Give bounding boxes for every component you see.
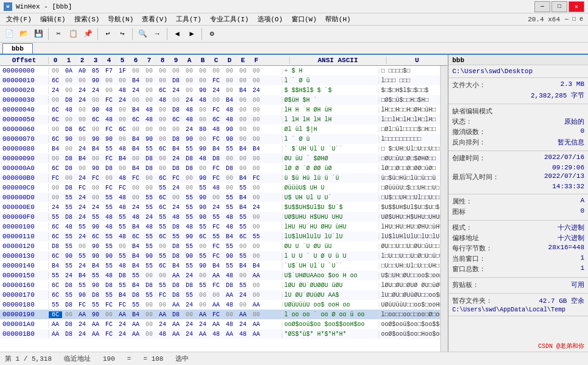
- byte-cell[interactable]: 6C: [209, 116, 223, 123]
- byte-cell[interactable]: 00: [129, 126, 142, 133]
- byte-cell[interactable]: 55: [236, 224, 250, 230]
- byte-cell[interactable]: B4: [89, 146, 102, 152]
- byte-cell[interactable]: 00: [196, 272, 209, 279]
- byte-cell[interactable]: 55: [236, 214, 250, 221]
- byte-cell[interactable]: 24: [62, 272, 75, 279]
- byte-cell[interactable]: 90: [223, 136, 236, 143]
- byte-cell[interactable]: AA: [196, 331, 209, 338]
- byte-cell[interactable]: 6C: [89, 116, 102, 123]
- byte-cell[interactable]: 24: [75, 175, 89, 182]
- byte-cell[interactable]: 48: [156, 97, 169, 104]
- byte-cell[interactable]: 00: [142, 302, 156, 308]
- byte-cell[interactable]: FC: [75, 302, 89, 308]
- byte-cell[interactable]: 48: [116, 204, 129, 211]
- byte-cell[interactable]: 00: [129, 97, 142, 104]
- byte-cell[interactable]: D8: [169, 292, 183, 299]
- byte-cell[interactable]: 55: [102, 233, 116, 240]
- byte-cell[interactable]: 00: [156, 243, 169, 250]
- byte-cell[interactable]: AA: [49, 331, 62, 338]
- byte-cell[interactable]: B4: [209, 263, 223, 269]
- byte-cell[interactable]: 00: [183, 87, 196, 94]
- byte-cell[interactable]: 48: [156, 331, 169, 338]
- byte-cell[interactable]: 00: [183, 311, 196, 318]
- byte-cell[interactable]: 00: [183, 175, 196, 182]
- tab-bbb[interactable]: bbb: [2, 43, 33, 54]
- byte-cell[interactable]: 24: [89, 87, 102, 94]
- byte-cell[interactable]: AA: [129, 321, 142, 328]
- byte-cell[interactable]: 00: [183, 185, 196, 191]
- byte-cell[interactable]: 00: [102, 175, 116, 182]
- byte-cell[interactable]: 24: [75, 97, 89, 104]
- byte-cell[interactable]: D8: [102, 165, 116, 172]
- table-row[interactable]: 0000002024002424004824006C2400902400B424…: [0, 85, 440, 95]
- menu-edit[interactable]: 编辑(E): [37, 13, 69, 25]
- byte-cell[interactable]: 55: [156, 282, 169, 289]
- byte-cell[interactable]: 90: [102, 136, 116, 143]
- byte-cell[interactable]: AA: [116, 311, 129, 318]
- table-row[interactable]: 0000018055D8FC55FCFC550000AA2400AA4800AA…: [0, 300, 440, 310]
- byte-cell[interactable]: 00: [250, 165, 263, 172]
- byte-cell[interactable]: 00: [250, 292, 263, 299]
- byte-cell[interactable]: D8: [62, 97, 75, 104]
- byte-cell[interactable]: 55: [223, 263, 236, 269]
- tb-goto[interactable]: →: [150, 27, 164, 41]
- byte-cell[interactable]: 48: [102, 224, 116, 230]
- byte-cell[interactable]: B4: [129, 253, 142, 260]
- byte-cell[interactable]: 00: [223, 87, 236, 94]
- byte-cell[interactable]: 6C: [129, 116, 142, 123]
- table-row[interactable]: 000000506C00006C48006C48006C48006C480000…: [0, 115, 440, 124]
- byte-cell[interactable]: 24: [75, 263, 89, 269]
- byte-cell[interactable]: FC: [102, 185, 116, 191]
- byte-cell[interactable]: 00: [196, 136, 209, 143]
- byte-cell[interactable]: 00: [129, 185, 142, 191]
- byte-cell[interactable]: 55: [196, 224, 209, 230]
- byte-cell[interactable]: B4: [116, 292, 129, 299]
- byte-cell[interactable]: 00: [250, 107, 263, 113]
- byte-cell[interactable]: AA: [169, 321, 183, 328]
- byte-cell[interactable]: 00: [142, 321, 156, 328]
- byte-cell[interactable]: 00: [250, 282, 263, 289]
- byte-cell[interactable]: 24: [196, 321, 209, 328]
- byte-cell[interactable]: 00: [223, 155, 236, 162]
- byte-cell[interactable]: 48: [223, 116, 236, 123]
- byte-cell[interactable]: 00: [156, 126, 169, 133]
- byte-cell[interactable]: B4: [250, 263, 263, 269]
- byte-cell[interactable]: 00: [196, 165, 209, 172]
- byte-cell[interactable]: 00: [169, 126, 183, 133]
- byte-cell[interactable]: FC: [209, 243, 223, 250]
- byte-cell[interactable]: 00: [236, 136, 250, 143]
- byte-cell[interactable]: 00: [75, 107, 89, 113]
- byte-cell[interactable]: 00: [75, 116, 89, 123]
- byte-cell[interactable]: 90: [89, 136, 102, 143]
- byte-cell[interactable]: 55: [142, 204, 156, 211]
- byte-cell[interactable]: D8: [142, 155, 156, 162]
- table-row[interactable]: 000001B0AAD824AAFC24AA0048AA24AA48AA48AA…: [0, 329, 440, 339]
- byte-cell[interactable]: 55: [223, 146, 236, 152]
- byte-cell[interactable]: 55: [196, 282, 209, 289]
- byte-cell[interactable]: 24: [89, 204, 102, 211]
- byte-cell[interactable]: AA: [129, 331, 142, 338]
- byte-cell[interactable]: 55: [183, 243, 196, 250]
- tb-extra[interactable]: ⚙: [205, 27, 219, 41]
- menu-options[interactable]: 选项(O): [254, 13, 287, 25]
- byte-cell[interactable]: 6C: [49, 107, 62, 113]
- byte-cell[interactable]: D8: [169, 311, 183, 318]
- byte-cell[interactable]: 00: [236, 77, 250, 84]
- byte-cell[interactable]: 24: [75, 331, 89, 338]
- table-row[interactable]: 000000D000552400554800556C0055900055B400…: [0, 193, 440, 202]
- table-row[interactable]: 00000140B45524B45548B4556CB45590B455B4B4…: [0, 261, 440, 271]
- table-row[interactable]: 0000003000D82400FC2400004800244800B40000…: [0, 95, 440, 105]
- tb-find[interactable]: 🔍: [136, 27, 149, 41]
- byte-cell[interactable]: 00: [236, 243, 250, 250]
- byte-cell[interactable]: D8: [169, 224, 183, 230]
- table-row[interactable]: 000001A0AAD824AAFC24AA0024AA2424AA4824AA…: [0, 319, 440, 329]
- byte-cell[interactable]: 48: [223, 214, 236, 221]
- byte-cell[interactable]: 55: [236, 185, 250, 191]
- byte-cell[interactable]: 90: [89, 253, 102, 260]
- table-row[interactable]: 000001606CD85590D855B4D855D8D855FCD85500…: [0, 280, 440, 290]
- byte-cell[interactable]: 00: [142, 185, 156, 191]
- byte-cell[interactable]: 48: [142, 224, 156, 230]
- byte-cell[interactable]: B4: [209, 146, 223, 152]
- byte-cell[interactable]: 55: [142, 146, 156, 152]
- byte-cell[interactable]: 00: [142, 87, 156, 94]
